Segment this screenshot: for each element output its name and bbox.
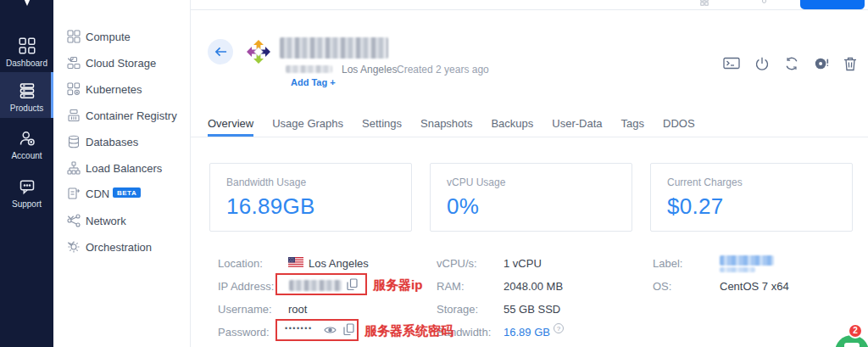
card-title: vCPU Usage xyxy=(447,176,615,188)
vcpu-label: vCPU/s: xyxy=(437,257,477,270)
account-icon xyxy=(19,130,36,147)
top-bar xyxy=(191,0,868,10)
products-menu: Compute Cloud Storage Kubernetes Contain… xyxy=(53,0,191,347)
tab-usage-graphs[interactable]: Usage Graphs xyxy=(272,110,343,137)
vcpu-usage-card: vCPU Usage 0% xyxy=(430,163,632,232)
menu-item-cloud-storage[interactable]: Cloud Storage xyxy=(53,50,190,76)
menu-item-label: Databases xyxy=(86,136,138,148)
beta-badge: BETA xyxy=(113,187,141,198)
menu-item-label: Cloud Storage xyxy=(86,57,156,70)
kubernetes-icon xyxy=(67,82,81,96)
primary-sidebar: Dashboard Products Account xyxy=(0,0,53,347)
menu-item-label: CDN xyxy=(86,187,109,200)
server-name-redacted xyxy=(280,37,388,59)
storage-label: Storage: xyxy=(437,303,478,316)
add-tag-link[interactable]: Add Tag + xyxy=(291,77,336,87)
help-icon[interactable]: ? xyxy=(554,323,564,333)
sidebar-item-support[interactable]: Support xyxy=(0,171,53,210)
products-icon xyxy=(19,82,36,99)
menu-item-cdn[interactable]: CDN BETA xyxy=(53,181,190,206)
server-label-redacted xyxy=(720,255,774,266)
menu-item-label: Load Balancers xyxy=(86,162,162,175)
menu-item-kubernetes[interactable]: Kubernetes xyxy=(53,76,190,102)
trash-icon[interactable] xyxy=(843,56,857,71)
tab-bar: Overview Usage Graphs Settings Snapshots… xyxy=(191,110,868,137)
container-registry-icon xyxy=(67,109,81,122)
tab-tags[interactable]: Tags xyxy=(621,110,644,137)
card-value: $0.27 xyxy=(667,193,836,220)
menu-item-label: Compute xyxy=(86,31,131,43)
location-value: Los Angeles xyxy=(309,257,369,270)
tab-ddos[interactable]: DDOS xyxy=(663,110,695,137)
support-icon xyxy=(19,178,36,195)
bandwidth-value-link[interactable]: 16.89 GB xyxy=(504,326,550,339)
chevron-down-icon[interactable] xyxy=(67,214,75,221)
server-plan-redacted xyxy=(286,65,332,73)
tab-settings[interactable]: Settings xyxy=(362,110,402,137)
server-created: Created 2 years ago xyxy=(397,64,489,76)
username-value: root xyxy=(288,303,307,316)
centos-logo xyxy=(246,39,271,64)
ram-label: RAM: xyxy=(437,280,465,293)
menu-item-compute[interactable]: Compute xyxy=(53,24,190,49)
card-value: 16.89GB xyxy=(226,193,395,220)
menu-item-label: Container Registry xyxy=(86,109,177,122)
compute-icon xyxy=(67,30,81,43)
current-charges-card: Current Charges $0.27 xyxy=(650,163,853,232)
sidebar-item-label: Support xyxy=(12,199,42,209)
sidebar-item-products[interactable]: Products xyxy=(0,72,53,118)
menu-item-label: Kubernetes xyxy=(86,83,142,96)
menu-item-network[interactable]: Network xyxy=(53,208,190,233)
sidebar-item-account[interactable]: Account xyxy=(0,123,53,162)
iso-icon[interactable] xyxy=(814,56,829,71)
password-label: Password: xyxy=(218,326,270,339)
load-balancers-icon xyxy=(67,161,81,175)
server-actions xyxy=(723,56,857,71)
menu-item-orchestration[interactable]: Orchestration xyxy=(53,234,190,260)
storage-value: 55 GB SSD xyxy=(504,303,560,316)
us-flag-icon xyxy=(288,257,303,267)
apps-grid-icon[interactable] xyxy=(699,0,709,6)
stat-cards: Bandwidth Usage 16.89GB vCPU Usage 0% Cu… xyxy=(209,163,853,232)
sidebar-item-label: Account xyxy=(11,151,42,160)
chat-unread-badge: 2 xyxy=(848,323,863,339)
ram-value: 2048.00 MB xyxy=(504,280,563,293)
card-title: Current Charges xyxy=(667,176,836,188)
chevron-down-icon[interactable] xyxy=(67,240,75,248)
server-location: Los Angeles xyxy=(342,64,397,76)
menu-item-load-balancers[interactable]: Load Balancers xyxy=(53,155,190,181)
chat-icon xyxy=(844,343,860,347)
sidebar-item-dashboard[interactable]: Dashboard xyxy=(0,31,53,68)
deploy-button[interactable] xyxy=(800,0,865,9)
user-icon[interactable] xyxy=(760,0,768,5)
label-label: Label: xyxy=(653,257,682,270)
databases-icon xyxy=(67,135,81,148)
tab-backups[interactable]: Backups xyxy=(491,110,533,137)
dashboard-icon xyxy=(19,37,36,54)
tab-user-data[interactable]: User-Data xyxy=(552,110,602,137)
tab-overview[interactable]: Overview xyxy=(208,110,253,137)
bandwidth-usage-card: Bandwidth Usage 16.89GB xyxy=(209,163,412,232)
username-label: Username: xyxy=(218,303,272,316)
sidebar-item-label: Dashboard xyxy=(6,59,47,68)
vultr-logo[interactable] xyxy=(15,0,39,9)
power-icon[interactable] xyxy=(754,56,770,71)
console-icon[interactable] xyxy=(723,57,740,71)
password-annotation-text: 服务器系统密码 xyxy=(364,323,453,339)
sidebar-item-label: Products xyxy=(10,104,43,113)
card-title: Bandwidth Usage xyxy=(226,176,395,188)
menu-item-label: Network xyxy=(86,215,126,227)
menu-item-container-registry[interactable]: Container Registry xyxy=(53,103,190,128)
os-value: CentOS 7 x64 xyxy=(720,280,789,293)
reinstall-icon[interactable] xyxy=(784,56,799,71)
tab-snapshots[interactable]: Snapshots xyxy=(420,110,472,137)
vcpu-value: 1 vCPU xyxy=(504,257,542,270)
menu-item-databases[interactable]: Databases xyxy=(53,129,190,154)
menu-item-label: Orchestration xyxy=(86,241,152,254)
back-button[interactable] xyxy=(208,39,233,64)
server-label-redacted-line2 xyxy=(720,267,755,272)
os-label: OS: xyxy=(653,280,671,293)
main-content: Los Angeles Created 2 years ago Add Tag … xyxy=(191,0,868,347)
ip-annotation-text: 服务器ip xyxy=(373,277,422,294)
chevron-down-icon[interactable] xyxy=(67,56,75,64)
